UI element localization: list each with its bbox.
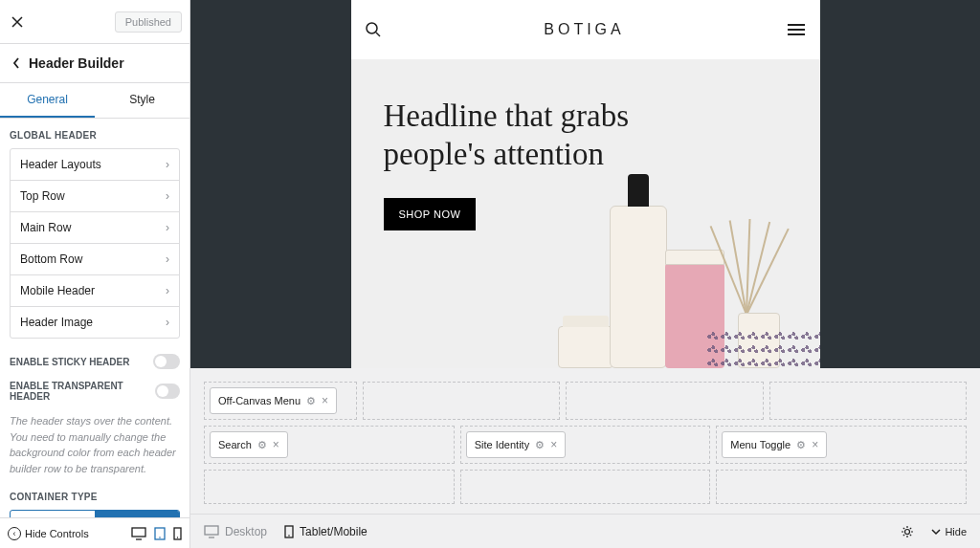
builder-panel: Off-Canvas Menu ⚙ × Search ⚙ × [190, 368, 980, 514]
toggle-label: ENABLE STICKY HEADER [10, 357, 129, 367]
hero-section: Headline that grabs people's attention S… [351, 59, 820, 368]
svg-point-2 [159, 537, 161, 538]
svg-rect-0 [132, 528, 145, 537]
tablet-icon[interactable] [154, 527, 166, 540]
placed-label: Off-Canvas Menu [218, 395, 301, 406]
builder-cell[interactable]: Off-Canvas Menu ⚙ × [204, 382, 357, 420]
gear-icon[interactable]: ⚙ [257, 439, 267, 451]
chevron-right-icon: › [166, 158, 169, 171]
builder-row-bottom [204, 470, 967, 504]
builder-cell[interactable]: Search ⚙ × [204, 426, 455, 464]
chevron-right-icon: › [166, 189, 169, 203]
builder-cell[interactable] [204, 470, 455, 504]
hero-image [552, 158, 820, 368]
tab-style[interactable]: Style [95, 83, 189, 118]
hide-controls-label: Hide Controls [25, 528, 89, 539]
sidebar-footer: ‹ Hide Controls [0, 517, 189, 548]
nav-bottom-row[interactable]: Bottom Row› [11, 244, 179, 275]
nav-header-image[interactable]: Header Image› [11, 307, 179, 338]
hamburger-icon[interactable] [787, 23, 806, 36]
remove-icon[interactable]: × [550, 438, 557, 451]
main-area: BOTIGA Headline that grabs people's atte… [190, 0, 980, 548]
chevron-left-icon: ‹ [8, 527, 21, 540]
section-global-header-label: GLOBAL HEADER [10, 130, 180, 141]
gear-icon[interactable]: ⚙ [796, 439, 806, 451]
toggle-sticky-header: ENABLE STICKY HEADER [10, 354, 180, 369]
nav-mobile-header[interactable]: Mobile Header› [11, 275, 179, 307]
back-icon[interactable] [11, 56, 21, 70]
search-icon[interactable] [365, 21, 382, 38]
sidebar: Published Header Builder General Style G… [0, 0, 190, 548]
container-type-toggle: Contained Full-width [10, 510, 180, 517]
placed-offcanvas-menu[interactable]: Off-Canvas Menu ⚙ × [210, 387, 337, 414]
chevron-right-icon: › [166, 252, 169, 266]
nav-item-label: Top Row [20, 189, 65, 203]
builder-footer: Desktop Tablet/Mobile Hide [190, 514, 980, 548]
gear-icon[interactable]: ⚙ [306, 395, 316, 407]
remove-icon[interactable]: × [812, 438, 818, 451]
shop-now-button[interactable]: SHOP NOW [384, 198, 477, 230]
preview-mobile-header: BOTIGA [351, 0, 820, 59]
published-button[interactable]: Published [115, 11, 182, 33]
placed-label: Site Identity [475, 439, 529, 450]
view-label: Tablet/Mobile [300, 525, 368, 538]
preview-frame: BOTIGA Headline that grabs people's atte… [351, 0, 820, 368]
builder-cell[interactable] [716, 470, 967, 504]
container-contained[interactable]: Contained [11, 511, 95, 517]
nav-top-row[interactable]: Top Row› [11, 181, 179, 212]
gear-icon[interactable]: ⚙ [535, 439, 545, 451]
transparent-helper-text: The header stays over the content. You n… [10, 413, 180, 476]
builder-cell[interactable]: Menu Toggle ⚙ × [716, 426, 967, 464]
hide-controls-button[interactable]: ‹ Hide Controls [8, 527, 122, 540]
svg-point-8 [288, 535, 290, 537]
nav-header-layouts[interactable]: Header Layouts› [11, 149, 179, 181]
placed-label: Search [218, 439, 252, 450]
builder-cell[interactable]: Site Identity ⚙ × [460, 426, 711, 464]
remove-icon[interactable]: × [322, 394, 328, 407]
builder-row-offcanvas: Off-Canvas Menu ⚙ × [204, 382, 967, 420]
nav-item-label: Main Row [20, 221, 71, 234]
hide-label: Hide [945, 526, 967, 537]
placed-menu-toggle[interactable]: Menu Toggle ⚙ × [722, 431, 827, 458]
chevron-right-icon: › [166, 221, 169, 234]
nav-item-label: Mobile Header [20, 284, 95, 297]
device-switcher [131, 527, 182, 540]
preview-area: BOTIGA Headline that grabs people's atte… [190, 0, 980, 368]
mobile-icon[interactable] [173, 527, 182, 540]
builder-settings-icon[interactable] [901, 525, 914, 538]
close-icon[interactable] [8, 12, 27, 32]
toggle-switch[interactable] [153, 354, 180, 369]
desktop-icon[interactable] [131, 527, 146, 540]
logo[interactable]: BOTIGA [544, 21, 624, 38]
svg-point-4 [177, 537, 178, 537]
remove-icon[interactable]: × [273, 438, 279, 451]
panel-header: Header Builder [0, 44, 189, 83]
section-container-type-label: CONTAINER TYPE [10, 492, 180, 502]
chevron-right-icon: › [166, 284, 169, 297]
panel-title: Header Builder [29, 55, 124, 71]
builder-grid: Off-Canvas Menu ⚙ × Search ⚙ × [204, 382, 967, 504]
builder-row-main: Search ⚙ × Site Identity ⚙ × [204, 426, 967, 464]
hide-builder-button[interactable]: Hide [931, 526, 967, 537]
svg-point-5 [367, 23, 377, 33]
svg-rect-6 [205, 526, 218, 535]
builder-cell[interactable] [460, 470, 711, 504]
tab-general[interactable]: General [0, 83, 95, 118]
chevron-right-icon: › [166, 316, 169, 329]
nav-item-label: Bottom Row [20, 252, 82, 266]
builder-cell[interactable] [566, 382, 763, 420]
builder-cell[interactable] [363, 382, 560, 420]
view-tablet-mobile-button[interactable]: Tablet/Mobile [284, 525, 368, 538]
placed-search[interactable]: Search ⚙ × [210, 431, 288, 458]
builder-cell[interactable] [769, 382, 967, 420]
nav-item-label: Header Layouts [20, 158, 101, 171]
svg-point-9 [905, 529, 910, 534]
nav-main-row[interactable]: Main Row› [11, 212, 179, 244]
container-fullwidth[interactable]: Full-width [95, 511, 179, 517]
toggle-switch[interactable] [155, 384, 180, 399]
placed-site-identity[interactable]: Site Identity ⚙ × [466, 431, 567, 458]
view-desktop-button[interactable]: Desktop [204, 525, 267, 538]
toggle-transparent-header: ENABLE TRANSPARENT HEADER [10, 381, 180, 402]
view-label: Desktop [225, 525, 267, 538]
placed-label: Menu Toggle [730, 439, 791, 450]
